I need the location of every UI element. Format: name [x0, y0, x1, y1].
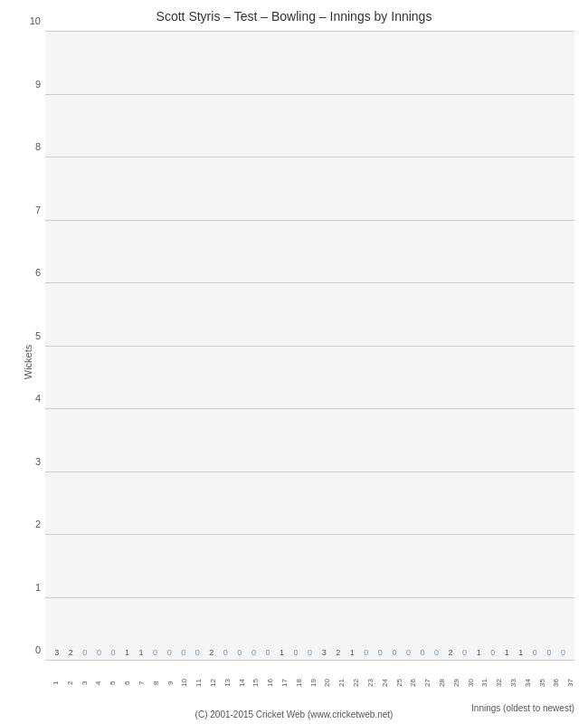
- bar-value-label-28: 0: [434, 648, 439, 657]
- grid-line-10: [45, 31, 574, 32]
- chart-title: Scott Styris – Test – Bowling – Innings …: [0, 0, 588, 28]
- grid-line-0: [45, 660, 574, 661]
- x-label-24: 24: [375, 670, 389, 697]
- bar-value-label-36: 0: [546, 648, 551, 657]
- bar-value-label-19: 0: [308, 648, 312, 657]
- x-label-9: 9: [160, 670, 175, 697]
- x-label-2: 2: [60, 670, 74, 697]
- grid-line-1: [45, 597, 574, 598]
- x-label-13: 13: [217, 670, 232, 697]
- bars-container: 3200011000020000100321000000201011000: [45, 32, 574, 661]
- x-label-16: 16: [260, 670, 274, 697]
- bar-value-label-2: 2: [69, 648, 73, 657]
- x-axis: 1234567891011121314151617181920212223242…: [45, 670, 574, 697]
- x-label-34: 34: [517, 670, 532, 697]
- bar-value-label-26: 0: [406, 648, 411, 657]
- bar-value-label-3: 0: [82, 648, 87, 657]
- x-label-32: 32: [488, 670, 503, 697]
- bar-value-label-1: 3: [54, 648, 59, 657]
- x-label-18: 18: [289, 670, 303, 697]
- bar-value-label-18: 0: [294, 648, 299, 657]
- x-label-20: 20: [317, 670, 331, 697]
- x-label-4: 4: [88, 670, 102, 697]
- x-label-11: 11: [188, 670, 203, 697]
- grid-line-5: [45, 346, 574, 347]
- y-label-10: 10: [18, 15, 41, 26]
- y-label-4: 4: [18, 393, 41, 404]
- bar-value-label-27: 0: [420, 648, 424, 657]
- y-label-1: 1: [18, 582, 41, 593]
- bar-value-label-31: 1: [477, 648, 481, 657]
- x-label-21: 21: [331, 670, 346, 697]
- y-label-9: 9: [18, 79, 41, 90]
- bar-value-label-34: 1: [518, 648, 523, 657]
- y-label-0: 0: [18, 644, 41, 655]
- y-axis-title: Wickets: [23, 345, 33, 380]
- grid-line-9: [45, 94, 574, 95]
- bar-value-label-32: 0: [490, 648, 495, 657]
- bar-value-label-9: 0: [167, 648, 172, 657]
- x-label-14: 14: [232, 670, 246, 697]
- y-label-5: 5: [18, 330, 41, 341]
- grid-line-4: [45, 408, 574, 409]
- bar-value-label-29: 2: [449, 648, 453, 657]
- bar-value-label-11: 0: [195, 648, 200, 657]
- bar-value-label-12: 2: [209, 648, 213, 657]
- chart-area: 3200011000020000100321000000201011000 12…: [45, 32, 574, 661]
- footer: (C) 2001-2015 Cricket Web (www.cricketwe…: [0, 710, 588, 719]
- bar-value-label-20: 3: [322, 648, 327, 657]
- bar-value-label-15: 0: [251, 648, 256, 657]
- x-label-19: 19: [303, 670, 318, 697]
- grid-line-7: [45, 220, 574, 221]
- grid-line-2: [45, 534, 574, 535]
- bar-value-label-24: 0: [378, 648, 383, 657]
- x-label-36: 36: [545, 670, 560, 697]
- bar-value-label-23: 0: [364, 648, 368, 657]
- bar-value-label-8: 0: [153, 648, 157, 657]
- x-label-25: 25: [389, 670, 403, 697]
- y-label-6: 6: [18, 267, 41, 278]
- bar-value-label-6: 1: [125, 648, 129, 657]
- chart-container: Scott Styris – Test – Bowling – Innings …: [0, 0, 588, 724]
- bar-value-label-37: 0: [561, 648, 565, 657]
- chart-inner: 3200011000020000100321000000201011000 12…: [45, 32, 574, 661]
- grid-line-8: [45, 157, 574, 157]
- y-label-7: 7: [18, 205, 41, 215]
- x-label-33: 33: [503, 670, 517, 697]
- bar-value-label-22: 1: [350, 648, 355, 657]
- grid-line-6: [45, 282, 574, 283]
- bar-value-label-35: 0: [533, 648, 537, 657]
- bar-value-label-5: 0: [110, 648, 115, 657]
- y-label-2: 2: [18, 519, 41, 529]
- bar-value-label-17: 1: [280, 648, 284, 657]
- x-label-37: 37: [560, 670, 574, 697]
- x-label-3: 3: [74, 670, 89, 697]
- y-label-8: 8: [18, 141, 41, 152]
- x-label-1: 1: [45, 670, 60, 697]
- bar-value-label-25: 0: [392, 648, 396, 657]
- x-label-23: 23: [360, 670, 375, 697]
- x-label-26: 26: [403, 670, 417, 697]
- bar-value-label-14: 0: [237, 648, 242, 657]
- x-label-6: 6: [117, 670, 131, 697]
- x-label-27: 27: [417, 670, 432, 697]
- x-label-12: 12: [203, 670, 217, 697]
- bar-value-label-21: 2: [336, 648, 340, 657]
- x-label-29: 29: [446, 670, 460, 697]
- x-label-22: 22: [346, 670, 360, 697]
- x-label-7: 7: [131, 670, 146, 697]
- x-label-30: 30: [460, 670, 475, 697]
- x-label-17: 17: [274, 670, 289, 697]
- x-label-31: 31: [474, 670, 488, 697]
- bar-value-label-7: 1: [139, 648, 144, 657]
- x-label-15: 15: [245, 670, 260, 697]
- x-label-8: 8: [146, 670, 160, 697]
- x-label-35: 35: [532, 670, 546, 697]
- bar-value-label-4: 0: [97, 648, 101, 657]
- bar-value-label-10: 0: [181, 648, 185, 657]
- bar-value-label-16: 0: [265, 648, 270, 657]
- grid-line-3: [45, 472, 574, 472]
- y-label-3: 3: [18, 456, 41, 467]
- x-label-28: 28: [432, 670, 446, 697]
- x-label-5: 5: [102, 670, 117, 697]
